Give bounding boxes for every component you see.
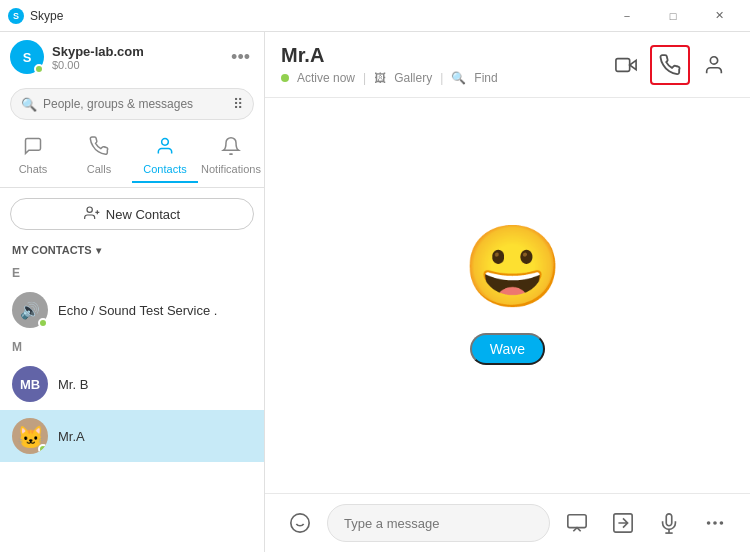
svg-point-1 — [87, 207, 92, 212]
search-icon: 🔍 — [21, 97, 37, 112]
avatar: 🔊 — [12, 292, 48, 328]
tab-contacts[interactable]: Contacts — [132, 130, 198, 183]
status-dot — [34, 64, 44, 74]
nav-tabs: Chats Calls Contacts Notifications — [0, 126, 264, 188]
new-contact-area: New Contact — [0, 188, 264, 238]
contacts-list: MY CONTACTS ▾ E 🔊 Echo / Sound Test Serv… — [0, 238, 264, 552]
alpha-section-e: E — [0, 262, 264, 284]
contact-name: Mr.A — [58, 429, 85, 444]
profile-balance: $0.00 — [52, 59, 144, 71]
video-call-button[interactable] — [606, 45, 646, 85]
list-item[interactable]: MB Mr. B — [0, 358, 264, 410]
sidebar: S Skype-lab.com $0.00 ••• 🔍 ⠿ — [0, 32, 265, 552]
contact-share-button[interactable] — [604, 504, 642, 542]
titlebar-left: S Skype — [8, 8, 63, 24]
new-contact-label: New Contact — [106, 207, 180, 222]
image-button[interactable] — [558, 504, 596, 542]
list-item[interactable]: 🔊 Echo / Sound Test Service . — [0, 284, 264, 336]
contact-name: Mr. B — [58, 377, 88, 392]
find-label[interactable]: Find — [474, 71, 497, 85]
profile-area: S Skype-lab.com $0.00 — [10, 40, 144, 74]
minimize-button[interactable]: − — [604, 0, 650, 32]
mic-button[interactable] — [650, 504, 688, 542]
gallery-icon: 🖼 — [374, 71, 386, 85]
tab-chats-label: Chats — [19, 163, 48, 175]
tab-calls[interactable]: Calls — [66, 130, 132, 183]
profile-name: Skype-lab.com — [52, 44, 144, 59]
audio-call-button[interactable] — [650, 45, 690, 85]
svg-rect-10 — [568, 515, 586, 528]
svg-point-0 — [162, 139, 169, 146]
avatar-initials: MB — [20, 377, 40, 392]
svg-point-6 — [710, 56, 717, 63]
titlebar: S Skype − □ ✕ — [0, 0, 750, 32]
more-actions-button[interactable] — [696, 504, 734, 542]
app-title: Skype — [30, 9, 63, 23]
contact-name: Echo / Sound Test Service . — [58, 303, 217, 318]
skype-logo: S — [8, 8, 24, 24]
sidebar-header: S Skype-lab.com $0.00 ••• — [0, 32, 264, 82]
calls-icon — [89, 136, 109, 161]
svg-rect-5 — [616, 58, 630, 71]
message-input[interactable] — [327, 504, 550, 542]
search-input[interactable] — [43, 97, 227, 111]
svg-point-15 — [721, 522, 723, 524]
chat-panel: Mr.A Active now | 🖼 Gallery | 🔍 Find — [265, 32, 750, 552]
window-controls: − □ ✕ — [604, 0, 742, 32]
profile-button[interactable] — [694, 45, 734, 85]
wave-button[interactable]: Wave — [470, 333, 545, 365]
svg-point-16 — [708, 522, 710, 524]
status-dot — [38, 444, 48, 454]
separator-2: | — [440, 71, 443, 85]
tab-notifications[interactable]: Notifications — [198, 130, 264, 183]
my-contacts-header[interactable]: MY CONTACTS ▾ — [0, 238, 264, 262]
contacts-icon — [155, 136, 175, 161]
maximize-button[interactable]: □ — [650, 0, 696, 32]
smiley-emoji: 😀 — [463, 227, 553, 307]
svg-marker-4 — [630, 60, 636, 69]
list-item[interactable]: 🐱 Mr.A — [0, 410, 264, 462]
person-add-icon — [84, 205, 100, 224]
chat-header-actions — [606, 45, 734, 85]
tab-notifications-label: Notifications — [201, 163, 261, 175]
find-icon: 🔍 — [451, 71, 466, 85]
separator-1: | — [363, 71, 366, 85]
avatar-initial: 🔊 — [20, 301, 40, 320]
app-body: S Skype-lab.com $0.00 ••• 🔍 ⠿ — [0, 32, 750, 552]
alpha-section-m: M — [0, 336, 264, 358]
tab-calls-label: Calls — [87, 163, 111, 175]
more-options-button[interactable]: ••• — [227, 43, 254, 72]
avatar: MB — [12, 366, 48, 402]
emoji-container: 😀 — [463, 227, 553, 317]
chat-status: Active now | 🖼 Gallery | 🔍 Find — [281, 71, 498, 85]
emoji-button[interactable] — [281, 504, 319, 542]
online-indicator — [281, 74, 289, 82]
avatar[interactable]: S — [10, 40, 44, 74]
close-button[interactable]: ✕ — [696, 0, 742, 32]
avatar: 🐱 — [12, 418, 48, 454]
chat-header-left: Mr.A Active now | 🖼 Gallery | 🔍 Find — [281, 44, 498, 85]
profile-info: Skype-lab.com $0.00 — [52, 44, 144, 71]
chevron-down-icon: ▾ — [96, 245, 101, 256]
avatar-initials: S — [23, 50, 32, 65]
notifications-icon — [221, 136, 241, 161]
chat-header: Mr.A Active now | 🖼 Gallery | 🔍 Find — [265, 32, 750, 98]
search-box: 🔍 ⠿ — [10, 88, 254, 120]
gallery-label[interactable]: Gallery — [394, 71, 432, 85]
my-contacts-label: MY CONTACTS — [12, 244, 92, 256]
chat-title: Mr.A — [281, 44, 498, 67]
svg-point-7 — [291, 514, 309, 532]
new-contact-button[interactable]: New Contact — [10, 198, 254, 230]
tab-contacts-label: Contacts — [143, 163, 186, 175]
tab-chats[interactable]: Chats — [0, 130, 66, 183]
chat-body: 😀 Wave — [265, 98, 750, 493]
search-area: 🔍 ⠿ — [0, 82, 264, 126]
active-status: Active now — [297, 71, 355, 85]
grid-icon[interactable]: ⠿ — [233, 96, 243, 112]
chat-footer — [265, 493, 750, 552]
chats-icon — [23, 136, 43, 161]
svg-point-14 — [714, 522, 716, 524]
status-dot — [38, 318, 48, 328]
